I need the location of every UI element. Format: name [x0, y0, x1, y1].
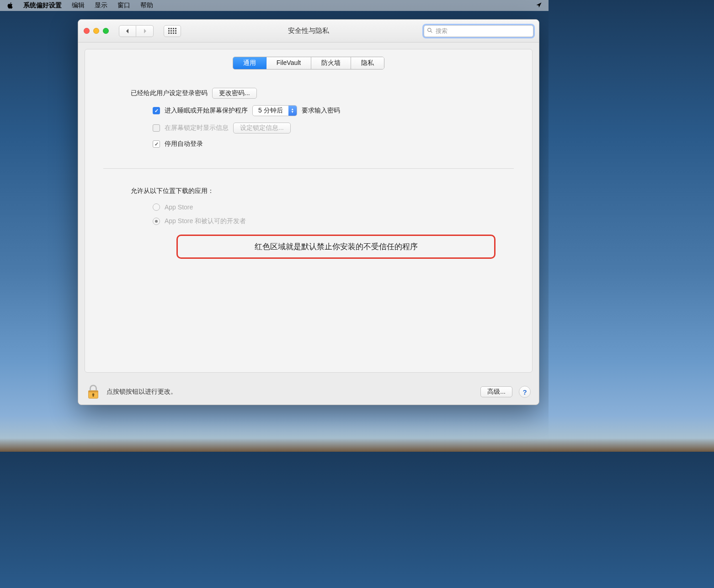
- set-lock-message-button: 设定锁定信息...: [233, 123, 291, 134]
- close-button[interactable]: [84, 28, 90, 34]
- tab-privacy[interactable]: 隐私: [351, 57, 384, 69]
- divider: [103, 168, 514, 169]
- lock-hint-label: 点按锁按钮以进行更改。: [107, 388, 177, 396]
- tab-filevault[interactable]: FileVault: [266, 57, 311, 69]
- password-set-label: 已经给此用户设定登录密码: [131, 89, 208, 97]
- menubar-item-help[interactable]: 帮助: [140, 1, 153, 10]
- stepper-icon: ▲▼: [288, 106, 297, 116]
- help-button[interactable]: ?: [519, 386, 531, 398]
- radio-identified-label: App Store 和被认可的开发者: [165, 217, 246, 225]
- tab-firewall[interactable]: 防火墙: [311, 57, 351, 69]
- menubar-item-edit[interactable]: 编辑: [72, 1, 85, 10]
- require-password-suffix: 要求输入密码: [302, 107, 340, 115]
- svg-line-1: [431, 31, 432, 32]
- annotation-box: 红色区域就是默认禁止你安装的不受信任的程序: [176, 235, 496, 259]
- lock-icon[interactable]: [86, 384, 100, 400]
- show-all-button[interactable]: [164, 25, 181, 37]
- menubar-app-name[interactable]: 系统偏好设置: [23, 1, 62, 10]
- window-title: 安全性与隐私: [288, 27, 329, 35]
- nav-buttons: [119, 25, 154, 37]
- disable-autologin-row: ✓ 停用自动登录: [153, 140, 505, 148]
- menubar-item-window[interactable]: 窗口: [117, 1, 130, 10]
- tabs: 通用 FileVault 防火墙 隐私: [233, 57, 384, 69]
- require-password-checkbox[interactable]: ✓: [153, 107, 160, 114]
- back-button[interactable]: [119, 25, 136, 37]
- require-password-delay-dropdown[interactable]: 5 分钟后 ▲▼: [252, 105, 297, 116]
- general-pane: 通用 FileVault 防火墙 隐私 已经给此用户设定登录密码 更改密码...…: [85, 49, 533, 373]
- traffic-lights: [84, 28, 109, 34]
- search-icon: [427, 27, 433, 35]
- disable-autologin-checkbox[interactable]: ✓: [153, 140, 160, 148]
- location-icon[interactable]: [536, 2, 542, 10]
- menubar: 系统偏好设置 编辑 显示 窗口 帮助: [0, 0, 549, 11]
- allow-downloads-heading: 允许从以下位置下载的应用：: [131, 187, 505, 195]
- forward-button[interactable]: [136, 25, 154, 37]
- grid-icon: [168, 28, 176, 34]
- password-set-row: 已经给此用户设定登录密码 更改密码...: [131, 88, 505, 99]
- menubar-item-view[interactable]: 显示: [95, 1, 107, 10]
- disable-autologin-label: 停用自动登录: [165, 140, 203, 148]
- show-message-row: 在屏幕锁定时显示信息 设定锁定信息...: [153, 123, 505, 134]
- show-message-checkbox: [153, 124, 160, 132]
- show-message-label: 在屏幕锁定时显示信息: [165, 124, 229, 132]
- content: 通用 FileVault 防火墙 隐私 已经给此用户设定登录密码 更改密码...…: [78, 43, 539, 379]
- tab-general[interactable]: 通用: [233, 57, 266, 69]
- advanced-button[interactable]: 高级...: [480, 386, 512, 397]
- search-input[interactable]: [436, 27, 530, 34]
- search-box[interactable]: [424, 25, 533, 37]
- change-password-button[interactable]: 更改密码...: [212, 88, 257, 99]
- require-password-row: ✓ 进入睡眠或开始屏幕保护程序 5 分钟后 ▲▼ 要求输入密码: [153, 105, 505, 116]
- require-password-prefix: 进入睡眠或开始屏幕保护程序: [165, 107, 248, 115]
- svg-point-0: [428, 28, 431, 31]
- radio-appstore: [153, 203, 160, 211]
- minimize-button[interactable]: [93, 28, 99, 34]
- titlebar: 安全性与隐私: [78, 20, 539, 43]
- svg-rect-5: [93, 395, 94, 397]
- svg-rect-3: [89, 390, 98, 392]
- radio-identified-row: App Store 和被认可的开发者: [153, 217, 505, 225]
- radio-appstore-label: App Store: [165, 203, 193, 211]
- radio-identified: [153, 218, 160, 225]
- preferences-window: 安全性与隐私 通用 FileVault 防火墙 隐私 已经给此用户设定登录密码 …: [78, 19, 539, 405]
- delay-value: 5 分钟后: [253, 106, 288, 116]
- annotation-text: 红色区域就是默认禁止你安装的不受信任的程序: [255, 242, 418, 251]
- footer: 点按锁按钮以进行更改。 高级... ?: [78, 379, 539, 405]
- apple-logo-icon[interactable]: [6, 2, 13, 9]
- radio-appstore-row: App Store: [153, 203, 505, 211]
- zoom-button[interactable]: [103, 28, 109, 34]
